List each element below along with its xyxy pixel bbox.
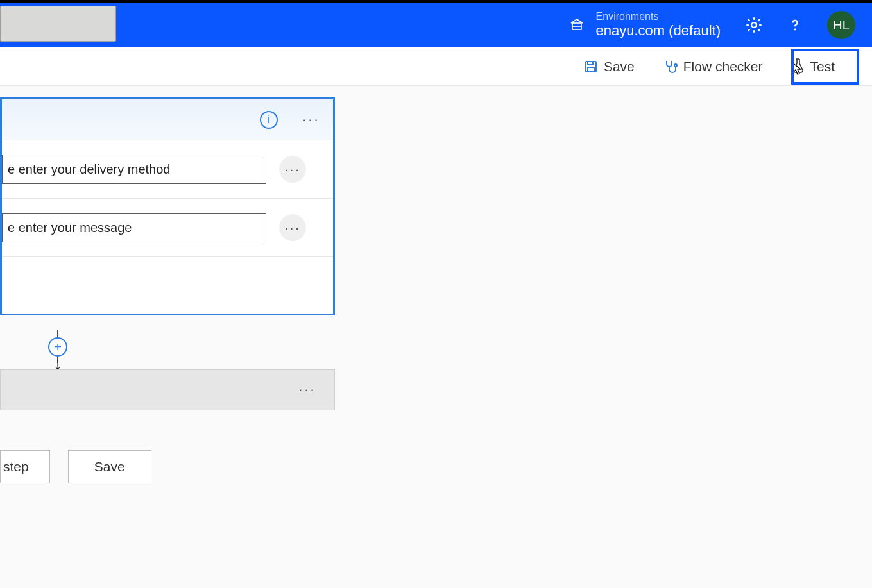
- input-row-menu-icon[interactable]: ···: [279, 156, 306, 183]
- avatar-initials: HL: [833, 18, 850, 33]
- avatar[interactable]: HL: [827, 11, 855, 39]
- environment-picker[interactable]: Environments enayu.com (default): [596, 10, 721, 40]
- stethoscope-icon: [663, 59, 678, 74]
- svg-rect-4: [588, 62, 593, 65]
- trigger-card: i ··· ··· ···: [0, 97, 335, 315]
- save-button[interactable]: Save: [577, 54, 641, 80]
- input-row-2: ···: [2, 199, 333, 257]
- flask-icon-with-cursor: [791, 58, 805, 75]
- card-menu-icon[interactable]: ···: [300, 111, 323, 129]
- card-menu-icon[interactable]: ···: [296, 381, 319, 399]
- canvas-save-button[interactable]: Save: [68, 450, 151, 483]
- environment-icon[interactable]: [568, 17, 586, 33]
- environments-label: Environments: [596, 10, 721, 22]
- toolbar-save-label: Save: [604, 59, 635, 74]
- search-input-fragment[interactable]: [0, 6, 116, 42]
- arrow-down-icon: ↓: [54, 360, 62, 367]
- designer-toolbar: Save Flow checker Test: [0, 47, 872, 86]
- svg-point-1: [751, 22, 756, 27]
- svg-rect-5: [588, 67, 594, 72]
- trigger-card-footer: [2, 257, 333, 314]
- save-icon: [583, 59, 599, 74]
- trigger-card-header[interactable]: i ···: [2, 99, 333, 140]
- input-row-1: ···: [2, 140, 333, 199]
- flow-checker-button[interactable]: Flow checker: [656, 54, 769, 80]
- step-connector: + ↓: [50, 330, 65, 367]
- test-button[interactable]: Test: [784, 53, 841, 80]
- gear-icon[interactable]: [745, 16, 763, 34]
- svg-point-2: [794, 29, 796, 31]
- info-icon[interactable]: i: [260, 111, 278, 129]
- environment-name: enayu.com (default): [596, 22, 721, 39]
- action-card-collapsed[interactable]: ···: [0, 369, 335, 410]
- flow-canvas[interactable]: i ··· ··· ··· + ↓ ··· step Save: [0, 86, 872, 588]
- input-row-menu-icon[interactable]: ···: [279, 214, 306, 241]
- toolbar-flowchecker-label: Flow checker: [683, 59, 763, 74]
- help-icon[interactable]: [786, 16, 804, 34]
- new-step-button[interactable]: step: [0, 450, 50, 483]
- input-field-2[interactable]: [2, 213, 266, 242]
- canvas-footer-buttons: step Save: [0, 450, 151, 483]
- app-header: Environments enayu.com (default) HL: [0, 3, 872, 47]
- toolbar-test-label: Test: [810, 59, 835, 74]
- svg-point-6: [674, 64, 677, 67]
- input-field-1[interactable]: [2, 155, 266, 184]
